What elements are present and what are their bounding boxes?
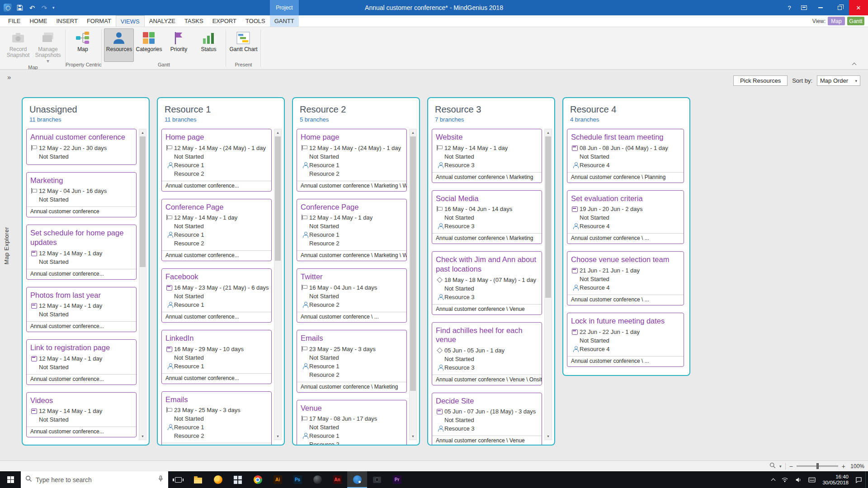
branch-card[interactable]: Photos from last year12 May - 14 May - 1… xyxy=(26,287,137,333)
tab-analyze[interactable]: ANALYZE xyxy=(145,15,180,27)
column-scrollbar[interactable]: ▲▼ xyxy=(274,129,282,440)
tab-views[interactable]: VIEWS xyxy=(116,15,145,27)
column-scrollbar[interactable]: ▲▼ xyxy=(544,129,552,440)
branch-card[interactable]: Conference Page12 May - 14 May - 1 dayNo… xyxy=(297,199,407,262)
zoom-in-button[interactable]: + xyxy=(842,463,845,469)
tab-home[interactable]: HOME xyxy=(25,15,52,27)
branch-card[interactable]: Videos12 May - 14 May - 1 dayNot Started… xyxy=(26,392,137,438)
scroll-down-icon[interactable]: ▼ xyxy=(139,433,146,440)
map-explorer-tab[interactable]: Map Explorer xyxy=(3,227,10,264)
scroll-up-icon[interactable]: ▲ xyxy=(545,129,552,136)
help-button[interactable]: ? xyxy=(782,0,797,15)
branch-card[interactable]: Set schedule for home page updates12 May… xyxy=(26,225,137,279)
zoom-slider[interactable] xyxy=(797,465,838,467)
minimize-button[interactable] xyxy=(811,0,830,15)
pick-resources-button[interactable]: Pick Resources xyxy=(733,75,788,86)
branch-card[interactable]: Home page12 May - 14 May - (24 May) - 1 … xyxy=(297,129,407,192)
ribbon-button-categories[interactable]: Categories xyxy=(134,28,164,62)
taskbar-app-task-view[interactable] xyxy=(168,471,188,488)
branch-card[interactable]: Venue17 May - 08 Jun - 17 daysNot Starte… xyxy=(297,400,407,445)
taskbar-app-chrome[interactable] xyxy=(248,471,268,488)
branch-card[interactable]: Check with Jim and Ann about past locati… xyxy=(432,251,542,314)
tab-export[interactable]: EXPORT xyxy=(208,15,241,27)
branch-card[interactable]: Choose venue selection team21 Jun - 21 J… xyxy=(567,251,684,305)
volume-icon[interactable] xyxy=(792,471,805,488)
branch-card[interactable]: Facebook16 May - 23 May - (21 May) - 6 d… xyxy=(161,268,272,323)
ribbon-button-status[interactable]: Status xyxy=(193,28,223,62)
scroll-up-icon[interactable]: ▲ xyxy=(274,129,281,136)
scroll-down-icon[interactable]: ▼ xyxy=(545,433,552,440)
branch-card[interactable]: Link to registration page12 May - 14 May… xyxy=(26,339,137,385)
start-button[interactable] xyxy=(0,471,21,488)
branch-card[interactable]: Lock in future meeting dates22 Jun - 22 … xyxy=(567,313,684,367)
scroll-down-icon[interactable]: ▼ xyxy=(410,433,416,440)
scroll-thumb[interactable] xyxy=(140,136,146,267)
ribbon-button-resources[interactable]: Resources xyxy=(104,28,134,62)
taskbar-app-premiere[interactable]: Pr xyxy=(387,471,407,488)
tab-insert[interactable]: INSERT xyxy=(52,15,82,27)
branch-card[interactable]: Conference Page12 May - 14 May - 1 dayNo… xyxy=(161,199,272,262)
show-desktop-button[interactable] xyxy=(865,471,868,488)
branch-card[interactable]: Home page12 May - 14 May - (24 May) - 1 … xyxy=(161,129,272,192)
branch-card[interactable]: Set evaluation criteria19 Jun - 20 Jun -… xyxy=(567,190,684,244)
branch-card[interactable]: Social Media16 May - 04 Jun - 14 daysNot… xyxy=(432,190,542,244)
tab-format[interactable]: FORMAT xyxy=(82,15,116,27)
taskbar-app-sphere-app[interactable] xyxy=(307,471,327,488)
action-center-icon[interactable] xyxy=(852,471,865,488)
taskbar-app-firefox[interactable] xyxy=(208,471,228,488)
tab-gantt[interactable]: GANTT xyxy=(270,15,299,27)
qat-customize-icon[interactable]: ▾ xyxy=(52,5,55,10)
branch-card[interactable]: Marketing12 May - 04 Jun - 16 daysNot St… xyxy=(26,172,137,218)
close-button[interactable]: ✕ xyxy=(849,0,868,15)
taskbar-app-animate[interactable]: An xyxy=(327,471,347,488)
branch-card[interactable]: Website12 May - 14 May - 1 dayNot Starte… xyxy=(432,129,542,183)
tab-tools[interactable]: TOOLS xyxy=(241,15,270,27)
taskbar-app-photoshop[interactable]: Ps xyxy=(288,471,307,488)
tray-expand-icon[interactable] xyxy=(769,471,778,488)
microphone-icon[interactable] xyxy=(158,475,164,484)
branch-card[interactable]: Twitter16 May - 04 Jun - 14 daysNot Star… xyxy=(297,268,407,323)
map-explorer-expand-icon[interactable]: » xyxy=(7,73,11,81)
zoom-slider-thumb[interactable] xyxy=(816,463,819,469)
column-scrollbar[interactable]: ▲▼ xyxy=(139,129,146,440)
ribbon-button-map[interactable]: Map xyxy=(68,28,98,62)
zoom-out-button[interactable]: − xyxy=(789,463,793,469)
column-scrollbar[interactable]: ▲▼ xyxy=(409,129,417,440)
taskbar-app-camera-app[interactable] xyxy=(367,471,387,488)
scroll-thumb[interactable] xyxy=(275,136,281,261)
scroll-down-icon[interactable]: ▼ xyxy=(274,433,281,440)
tab-tasks[interactable]: TASKS xyxy=(180,15,208,27)
taskbar-app-mindgenius[interactable] xyxy=(347,471,367,488)
taskbar-app-grid-app[interactable] xyxy=(228,471,248,488)
view-map-button[interactable]: Map xyxy=(828,17,845,25)
view-gantt-button[interactable]: Gantt xyxy=(847,17,864,25)
save-icon[interactable] xyxy=(16,4,24,12)
scroll-up-icon[interactable]: ▲ xyxy=(139,129,146,136)
scroll-thumb[interactable] xyxy=(410,136,416,391)
keyboard-icon[interactable] xyxy=(805,471,819,488)
scroll-thumb[interactable] xyxy=(545,136,551,298)
scroll-up-icon[interactable]: ▲ xyxy=(410,129,416,136)
branch-card[interactable]: Schedule first team meeting08 Jun - 08 J… xyxy=(567,129,684,183)
ribbon-button-gantt-chart[interactable]: Gantt Chart xyxy=(228,28,258,62)
ribbon-button-priority[interactable]: Priority xyxy=(164,28,193,62)
restore-button[interactable] xyxy=(830,0,849,15)
collapse-ribbon-icon[interactable] xyxy=(852,62,856,66)
taskbar-clock[interactable]: 16:40 30/05/2018 xyxy=(819,474,852,486)
taskbar-app-illustrator[interactable]: Ai xyxy=(268,471,288,488)
zoom-tool-icon[interactable] xyxy=(769,462,776,470)
branch-card[interactable]: Find achilles heel for each venue05 Jun … xyxy=(432,322,542,385)
branch-card[interactable]: Decide Site05 Jun - 07 Jun - (18 May) - … xyxy=(432,393,542,445)
branch-card[interactable]: LinkedIn16 May - 29 May - 10 daysNot Sta… xyxy=(161,330,272,384)
taskbar-app-file-explorer[interactable] xyxy=(188,471,208,488)
undo-icon[interactable]: ↶ xyxy=(28,4,36,12)
sort-dropdown[interactable]: Map Order ▾ xyxy=(817,75,860,86)
branch-card[interactable]: Emails23 May - 25 May - 3 daysNot Starte… xyxy=(161,391,272,445)
ribbon-display-options-icon[interactable] xyxy=(797,0,811,15)
redo-icon[interactable]: ↷ xyxy=(40,4,48,12)
zoom-options-icon[interactable]: ▾ xyxy=(779,464,782,469)
taskbar-search[interactable]: Type here to search xyxy=(21,471,168,488)
tab-file[interactable]: FILE xyxy=(4,15,25,27)
branch-card[interactable]: Annual customer conference12 May - 22 Ju… xyxy=(26,129,137,165)
branch-card[interactable]: Emails23 May - 25 May - 3 daysNot Starte… xyxy=(297,330,407,393)
